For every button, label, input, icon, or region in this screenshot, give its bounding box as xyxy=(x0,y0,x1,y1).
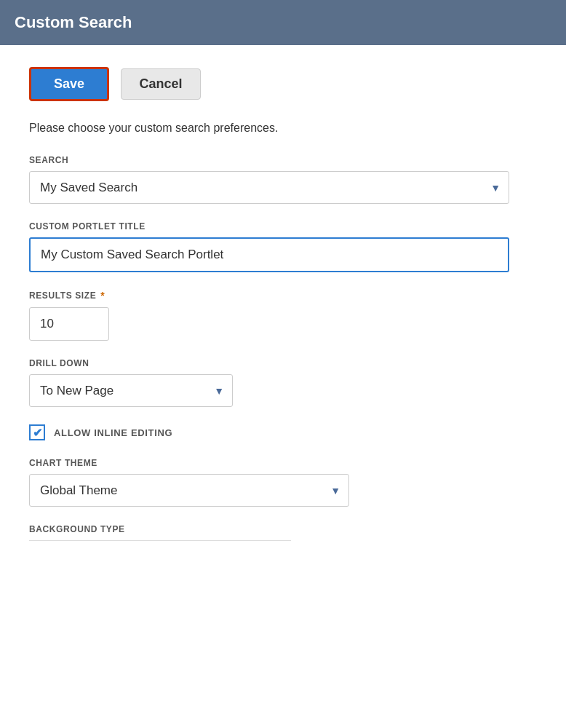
drill-down-select[interactable]: To New Page Inline Popup xyxy=(29,374,233,407)
drill-down-select-wrapper: To New Page Inline Popup ▼ xyxy=(29,374,233,407)
window: Custom Search Save Cancel Please choose … xyxy=(0,0,566,728)
inline-editing-row: ✔ ALLOW INLINE EDITING xyxy=(29,424,537,440)
results-size-label: RESULTS SIZE * xyxy=(29,290,537,301)
chart-theme-select[interactable]: Global Theme Classic Modern Dark xyxy=(29,474,349,507)
background-type-field-group: BACKGROUND TYPE xyxy=(29,524,537,541)
title-bar: Custom Search xyxy=(0,0,566,45)
description-text: Please choose your custom search prefere… xyxy=(29,122,537,135)
button-row: Save Cancel xyxy=(29,67,537,101)
results-size-field-group: RESULTS SIZE * xyxy=(29,290,537,341)
chart-theme-field-group: CHART THEME Global Theme Classic Modern … xyxy=(29,458,537,507)
portlet-title-input[interactable] xyxy=(29,237,509,272)
page-title: Custom Search xyxy=(15,13,132,31)
drill-down-field-group: DRILL DOWN To New Page Inline Popup ▼ xyxy=(29,358,537,407)
inline-editing-label: ALLOW INLINE EDITING xyxy=(54,427,172,438)
background-type-divider xyxy=(29,540,291,541)
cancel-button[interactable]: Cancel xyxy=(121,68,201,100)
chart-theme-select-wrapper: Global Theme Classic Modern Dark ▼ xyxy=(29,474,349,507)
portlet-title-field-group: CUSTOM PORTLET TITLE xyxy=(29,221,537,272)
content-area: Save Cancel Please choose your custom se… xyxy=(0,45,566,728)
required-star-icon: * xyxy=(100,290,105,301)
results-size-input[interactable] xyxy=(29,307,109,341)
checkmark-icon: ✔ xyxy=(33,426,42,440)
search-label: SEARCH xyxy=(29,155,537,165)
drill-down-label: DRILL DOWN xyxy=(29,358,537,368)
portlet-title-label: CUSTOM PORTLET TITLE xyxy=(29,221,537,232)
search-field-group: SEARCH My Saved Search All Records Recen… xyxy=(29,155,537,204)
chart-theme-label: CHART THEME xyxy=(29,458,537,468)
save-button[interactable]: Save xyxy=(29,67,109,101)
search-select-wrapper: My Saved Search All Records Recent Items… xyxy=(29,171,509,204)
background-type-label: BACKGROUND TYPE xyxy=(29,524,537,534)
inline-editing-checkbox[interactable]: ✔ xyxy=(29,424,45,440)
search-select[interactable]: My Saved Search All Records Recent Items xyxy=(29,171,509,204)
